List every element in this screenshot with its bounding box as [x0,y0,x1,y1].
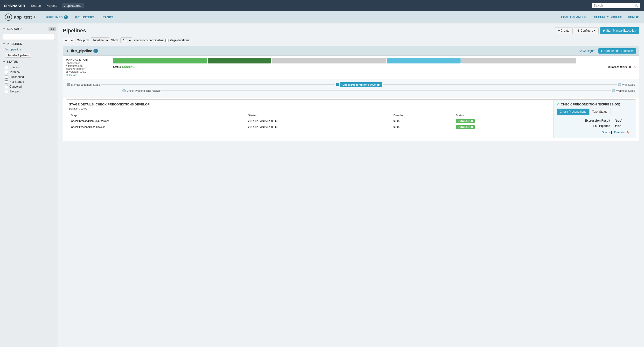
execution-row: MANUAL START [anonymous] 4 minutes ago b… [63,56,639,80]
col-started: Started [246,113,392,118]
sidebar-search-container [0,32,58,41]
check-result-table: Expression Result "true" Fail Pipeline f… [556,118,633,129]
status-running-label[interactable]: Running [10,66,20,69]
remove-button[interactable]: − [69,38,75,43]
stage-check-preconditions-develop[interactable]: Check Preconditions develop [336,82,382,87]
step-duration-1: 00:00 [392,118,454,124]
stage-circle-3 [618,83,621,86]
step-status-2: SUCCEEDED [454,124,550,130]
permalink-link[interactable]: Permalink [614,131,626,134]
configure-button[interactable]: ⚙ Configure ▾ [574,27,598,34]
nav-item-tasks[interactable]: ≡ TASKS [101,16,114,19]
task-status-tab[interactable]: Task Status [590,108,610,115]
reorder-pipelines-button[interactable]: Reorder Pipelines [5,53,31,58]
show-count-select[interactable]: 10 [120,38,132,43]
stage-row-bottom: Check Preconditions release Webhook Stag… [122,89,635,92]
stage-details-right: ✓ CHECK PRECONDITION (EXPRESSION) Check … [554,100,636,138]
status-succeeded-checkbox[interactable] [5,76,8,79]
sidebar-status-section[interactable]: ▼ STATUS [0,59,58,65]
sidebar-pipeline-item[interactable]: first_pipeline [0,47,58,52]
steps-table: Step Started Duration Status Check preco… [69,113,550,130]
start-manual-execution-button[interactable]: ▶ Start Manual Execution [600,27,639,34]
pipeline-header: ▼ first_pipeline 1 ⚙ Configure ▶ Start M… [63,46,639,56]
app-name: app_test [14,15,32,20]
security-groups-link[interactable]: SECURITY GROUPS [594,16,622,19]
add-remove-controls: + − [63,38,75,43]
nav-projects[interactable]: Projects [46,4,57,8]
status-running-checkbox[interactable] [5,66,8,69]
sidebar: ◀◀ ▼ SEARCH ? ▼ PIPELINES first_pipeline… [0,24,58,347]
toolbar: + − Group by Pipeline Show 10 executions… [63,38,639,43]
status-not-started: Not Started [0,80,58,84]
status-canceled-checkbox[interactable] [5,85,8,88]
step-started-1: 2017-12-03 01:36:20 PST [246,118,392,124]
source-link[interactable]: Source [602,131,610,134]
nav-applications[interactable]: Applications [62,3,84,8]
progress-seg-1 [113,58,207,64]
status-badge-2: SUCCEEDED [456,125,475,129]
global-search-input[interactable] [594,4,634,7]
clusters-label: CLUSTERS [78,16,94,19]
status-not-started-checkbox[interactable] [5,80,8,84]
stage-check-preconditions-release[interactable]: Check Preconditions release [122,89,160,92]
load-balancers-link[interactable]: LOAD BALANCERS [561,16,588,19]
add-button[interactable]: + [63,38,69,43]
pipelines-badge: 1 [64,16,68,19]
nav-item-pipelines[interactable]: ≡ PIPELINES 1 [44,16,68,19]
execution-details-link[interactable]: ▼ Details [66,74,78,76]
status-stopped-label[interactable]: Stopped [10,90,20,93]
status-stopped-checkbox[interactable] [5,90,8,93]
status-canceled-label[interactable]: Canceled [10,85,22,88]
duration-label: Duration: [608,66,619,68]
refresh-icon[interactable]: ↻ [34,15,37,19]
pipeline-configure-link[interactable]: ⚙ Configure [579,49,595,52]
config-link[interactable]: CONFIG [628,16,639,19]
stage-label-4: Check Preconditions release [127,89,160,92]
stage-durations-label: stage durations [165,38,189,42]
status-not-started-label[interactable]: Not Started [10,80,24,84]
status-succeeded-label[interactable]: Succeeded [10,75,24,79]
stage-label-5: Webhook Stage [616,89,635,92]
stage-webhook[interactable]: Webhook Stage [612,89,635,92]
result-label-2: Fail Pipeline [557,124,613,128]
stage-details-left: STAGE DETAILS: CHECK PRECONDITIONS DEVEL… [66,100,554,138]
progress-bar [113,58,636,64]
step-status-1: SUCCEEDED [454,118,550,124]
nav-item-clusters[interactable]: ⊞ CLUSTERS [75,16,94,19]
pipelines-section-arrow: ▼ [3,43,5,45]
stage-circle-4 [122,89,126,92]
footer-separator: | [611,131,612,134]
execution-info: MANUAL START [anonymous] 4 minutes ago b… [66,58,109,77]
stage-durations-checkbox[interactable] [165,39,168,42]
pipelines-section-label: PIPELINES [7,42,22,46]
page-title: Pipelines [63,28,554,34]
create-button[interactable]: + Create [555,27,572,34]
sidebar-search-input[interactable] [3,34,55,40]
pause-button[interactable]: ⏸ [628,65,632,69]
status-terminal-checkbox[interactable] [5,71,8,74]
sidebar-pipelines-section[interactable]: ▼ PIPELINES [0,41,58,47]
pipeline-collapse-arrow[interactable]: ▼ [66,49,69,53]
sidebar-search-section[interactable]: ▼ SEARCH ? [0,26,48,32]
check-preconditions-tab[interactable]: Check Preconditions [556,108,590,115]
nav-search[interactable]: Search [31,4,41,8]
sidebar-collapse-button[interactable]: ◀◀ [48,27,56,31]
stage-wait[interactable]: Wait Stage [618,83,635,86]
check-title-text: CHECK PRECONDITION (EXPRESSION) [561,102,620,106]
progress-seg-2 [208,58,271,64]
stage-line-3 [162,90,611,91]
content-area: Pipelines + Create ⚙ Configure ▾ ▶ Start… [58,24,644,347]
stage-manual-judgment[interactable]: Manual Judgment Stage [67,83,100,86]
search-icon: 🔍 [634,4,638,8]
cancel-button[interactable]: ✕ [633,65,636,69]
tasks-label: TASKS [103,16,113,19]
status-terminal-label[interactable]: Terminal [10,70,20,74]
main-layout: ◀◀ ▼ SEARCH ? ▼ PIPELINES first_pipeline… [0,24,644,347]
table-row: Check precondition (expression) 2017-12-… [69,118,550,124]
groupby-select[interactable]: Pipeline [91,38,109,43]
stage-row-top: Manual Judgment Stage Check Precondition… [67,82,635,87]
pipeline-start-button[interactable]: ▶ Start Manual Execution [598,48,636,54]
app-nav: ≡ PIPELINES 1 ⊞ CLUSTERS ≡ TASKS [44,16,561,19]
execution-ci-version: ci_version: "1.0.0" [66,70,109,73]
col-step: Step [69,113,246,118]
